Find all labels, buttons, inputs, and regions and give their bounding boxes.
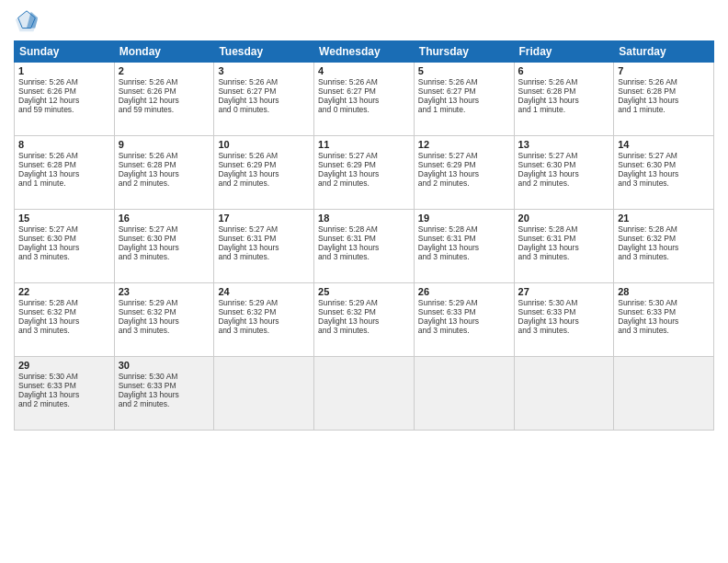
week-row-3: 15Sunrise: 5:27 AMSunset: 6:30 PMDayligh… bbox=[15, 210, 714, 283]
calendar-cell: 11Sunrise: 5:27 AMSunset: 6:29 PMDayligh… bbox=[314, 136, 415, 210]
col-tuesday: Tuesday bbox=[214, 41, 314, 63]
col-saturday: Saturday bbox=[614, 41, 714, 63]
calendar-cell: 18Sunrise: 5:28 AMSunset: 6:31 PMDayligh… bbox=[314, 210, 415, 283]
calendar-cell: 16Sunrise: 5:27 AMSunset: 6:30 PMDayligh… bbox=[114, 210, 214, 283]
calendar-cell: 5Sunrise: 5:26 AMSunset: 6:27 PMDaylight… bbox=[414, 63, 514, 136]
calendar-cell bbox=[514, 357, 614, 431]
calendar-cell: 3Sunrise: 5:26 AMSunset: 6:27 PMDaylight… bbox=[214, 63, 314, 136]
calendar-cell: 21Sunrise: 5:28 AMSunset: 6:32 PMDayligh… bbox=[614, 210, 714, 283]
calendar-cell bbox=[614, 357, 714, 431]
calendar-cell: 29Sunrise: 5:30 AMSunset: 6:33 PMDayligh… bbox=[15, 357, 115, 431]
logo bbox=[14, 9, 43, 35]
header-row: Sunday Monday Tuesday Wednesday Thursday… bbox=[15, 41, 714, 63]
calendar-cell: 23Sunrise: 5:29 AMSunset: 6:32 PMDayligh… bbox=[114, 283, 214, 357]
calendar-cell: 28Sunrise: 5:30 AMSunset: 6:33 PMDayligh… bbox=[614, 283, 714, 357]
calendar-cell: 26Sunrise: 5:29 AMSunset: 6:33 PMDayligh… bbox=[414, 283, 514, 357]
calendar-cell: 17Sunrise: 5:27 AMSunset: 6:31 PMDayligh… bbox=[214, 210, 314, 283]
calendar-cell bbox=[314, 357, 415, 431]
col-thursday: Thursday bbox=[414, 41, 514, 63]
week-row-2: 8Sunrise: 5:26 AMSunset: 6:28 PMDaylight… bbox=[15, 136, 714, 210]
calendar-cell: 12Sunrise: 5:27 AMSunset: 6:29 PMDayligh… bbox=[414, 136, 514, 210]
week-row-1: 1Sunrise: 5:26 AMSunset: 6:26 PMDaylight… bbox=[15, 63, 714, 136]
col-sunday: Sunday bbox=[15, 41, 115, 63]
header bbox=[14, 9, 714, 35]
calendar-cell: 1Sunrise: 5:26 AMSunset: 6:26 PMDaylight… bbox=[15, 63, 115, 136]
calendar-cell bbox=[214, 357, 314, 431]
week-row-4: 22Sunrise: 5:28 AMSunset: 6:32 PMDayligh… bbox=[15, 283, 714, 357]
week-row-5: 29Sunrise: 5:30 AMSunset: 6:33 PMDayligh… bbox=[15, 357, 714, 431]
col-monday: Monday bbox=[114, 41, 214, 63]
col-wednesday: Wednesday bbox=[314, 41, 415, 63]
calendar-cell: 19Sunrise: 5:28 AMSunset: 6:31 PMDayligh… bbox=[414, 210, 514, 283]
calendar-cell: 30Sunrise: 5:30 AMSunset: 6:33 PMDayligh… bbox=[114, 357, 214, 431]
calendar-cell: 24Sunrise: 5:29 AMSunset: 6:32 PMDayligh… bbox=[214, 283, 314, 357]
calendar-cell: 14Sunrise: 5:27 AMSunset: 6:30 PMDayligh… bbox=[614, 136, 714, 210]
calendar-cell: 25Sunrise: 5:29 AMSunset: 6:32 PMDayligh… bbox=[314, 283, 415, 357]
calendar-cell: 20Sunrise: 5:28 AMSunset: 6:31 PMDayligh… bbox=[514, 210, 614, 283]
calendar-cell: 9Sunrise: 5:26 AMSunset: 6:28 PMDaylight… bbox=[114, 136, 214, 210]
calendar-cell: 6Sunrise: 5:26 AMSunset: 6:28 PMDaylight… bbox=[514, 63, 614, 136]
calendar-cell: 15Sunrise: 5:27 AMSunset: 6:30 PMDayligh… bbox=[15, 210, 115, 283]
calendar-cell: 10Sunrise: 5:26 AMSunset: 6:29 PMDayligh… bbox=[214, 136, 314, 210]
calendar-cell: 13Sunrise: 5:27 AMSunset: 6:30 PMDayligh… bbox=[514, 136, 614, 210]
calendar-cell bbox=[414, 357, 514, 431]
calendar-table: Sunday Monday Tuesday Wednesday Thursday… bbox=[14, 40, 714, 431]
calendar-cell: 4Sunrise: 5:26 AMSunset: 6:27 PMDaylight… bbox=[314, 63, 415, 136]
col-friday: Friday bbox=[514, 41, 614, 63]
calendar-cell: 7Sunrise: 5:26 AMSunset: 6:28 PMDaylight… bbox=[614, 63, 714, 136]
calendar-cell: 27Sunrise: 5:30 AMSunset: 6:33 PMDayligh… bbox=[514, 283, 614, 357]
calendar-cell: 22Sunrise: 5:28 AMSunset: 6:32 PMDayligh… bbox=[15, 283, 115, 357]
calendar-cell: 2Sunrise: 5:26 AMSunset: 6:26 PMDaylight… bbox=[114, 63, 214, 136]
calendar-cell: 8Sunrise: 5:26 AMSunset: 6:28 PMDaylight… bbox=[15, 136, 115, 210]
logo-icon bbox=[14, 9, 40, 35]
calendar-page: Sunday Monday Tuesday Wednesday Thursday… bbox=[0, 0, 728, 563]
